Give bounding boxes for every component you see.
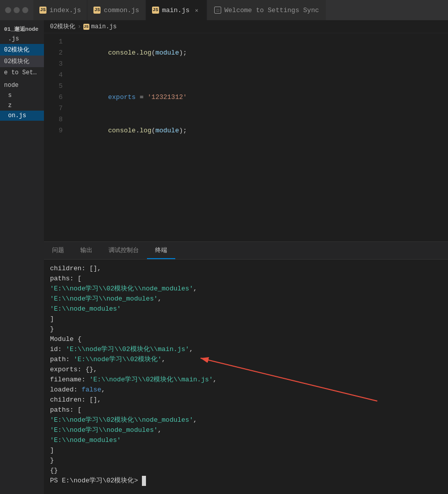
panel-tab-debug[interactable]: 调试控制台 <box>101 242 147 259</box>
settings-page-icon: ☐ <box>214 7 221 14</box>
tab-label-index: index.js <box>49 7 81 14</box>
terminal-line-prompt: PS E:\node学习\02模块化> <box>50 476 442 486</box>
tab-label-common: common.js <box>104 7 139 14</box>
terminal-line-loaded: loaded: false, <box>50 385 442 395</box>
terminal-line-5: 'E:\\node_modules' <box>50 304 442 314</box>
terminal-line-bracket1: ] <box>50 446 442 456</box>
close-icon[interactable]: ✕ <box>192 6 201 14</box>
code-line-9 <box>67 192 448 203</box>
panel-tab-terminal[interactable]: 终端 <box>147 242 175 259</box>
terminal-line-3: 'E:\\node学习\\02模块化\\node_modules', <box>50 284 442 294</box>
sidebar-header-node: 01_邂逅node <box>0 22 44 34</box>
terminal-line-6: ] <box>50 314 442 324</box>
panel-tabs: 问题 输出 调试控制台 终端 <box>44 242 448 260</box>
terminal-line-8: Module { <box>50 334 442 344</box>
line-num-2: 2 <box>44 47 63 59</box>
line-num-1: 1 <box>44 36 63 47</box>
sidebar-folder-02-active[interactable]: 02模块化 <box>0 56 44 67</box>
sidebar-node-group[interactable]: node <box>0 80 44 90</box>
terminal-line-path2: 'E:\\node学习\\node_modules', <box>50 425 442 435</box>
terminal-line-paths2: paths: [ <box>50 405 442 415</box>
panel-tab-problems[interactable]: 问题 <box>44 242 72 259</box>
code-line-6 <box>67 159 448 170</box>
code-line-4: console.log(module); <box>67 114 448 147</box>
terminal-line-path: path: 'E:\\node学习\\02模块化', <box>50 355 442 365</box>
dot-1 <box>5 7 11 13</box>
sidebar-item-js[interactable]: .js <box>0 34 44 44</box>
sidebar-settings-item[interactable]: e to Setti... <box>0 67 44 78</box>
terminal-line-brace1: } <box>50 456 442 466</box>
sidebar-item-z[interactable]: z <box>0 101 44 111</box>
panel-area: 问题 输出 调试控制台 终端 children: [], paths: [ 'E… <box>44 241 448 494</box>
tab-bar: JS index.js JS common.js JS main.js ✕ ☐ … <box>33 0 326 20</box>
dot-2 <box>14 7 20 13</box>
tab-common-js[interactable]: JS common.js <box>87 0 145 20</box>
terminal-line-path1: 'E:\\node学习\\02模块化\\node_modules', <box>50 415 442 425</box>
main-layout: 01_邂逅node .js 02模块化 02模块化 e to Setti... … <box>0 20 448 494</box>
line-num-7: 7 <box>44 103 63 114</box>
line-num-9: 9 <box>44 125 63 136</box>
code-line-7 <box>67 170 448 181</box>
breadcrumb-file: main.js <box>91 23 117 30</box>
code-line-3: exports = '12321312' <box>67 81 448 114</box>
terminal-line-empty-obj: {} <box>50 466 442 476</box>
terminal-line-filename: filename: 'E:\\node学习\\02模块化\\main.js', <box>50 375 442 385</box>
terminal-line-exports: exports: {}, <box>50 365 442 375</box>
breadcrumb-folder: 02模块化 <box>50 22 75 31</box>
terminal-line-1: children: [], <box>50 264 442 274</box>
tab-index-js[interactable]: JS index.js <box>33 0 87 20</box>
line-numbers: 1 2 3 4 5 6 7 8 9 <box>44 33 67 241</box>
window-dots <box>5 7 28 13</box>
code-line-1: console.log(module); <box>67 36 448 70</box>
tab-settings-sync[interactable]: ☐ Welcome to Settings Sync <box>207 0 326 20</box>
terminal-line-2: paths: [ <box>50 274 442 284</box>
breadcrumb-sep: › <box>77 23 81 30</box>
code-editor: 1 2 3 4 5 6 7 8 9 console.log(module); e… <box>44 33 448 241</box>
line-num-6: 6 <box>44 92 63 103</box>
line-num-8: 8 <box>44 114 63 125</box>
code-line-5 <box>67 147 448 159</box>
code-lines[interactable]: console.log(module); exports = '12321312… <box>67 33 448 241</box>
terminal-line-7: } <box>50 324 442 334</box>
content-area: 02模块化 › JS main.js 1 2 3 4 5 6 7 8 9 con… <box>44 20 448 494</box>
terminal-line-path3: 'E:\\node_modules' <box>50 435 442 446</box>
panel-tab-output[interactable]: 输出 <box>72 242 101 259</box>
line-num-4: 4 <box>44 70 63 81</box>
js-icon-main: JS <box>152 7 159 14</box>
code-line-8 <box>67 181 448 192</box>
js-icon: JS <box>39 7 46 14</box>
line-num-3: 3 <box>44 59 63 70</box>
tab-main-js[interactable]: JS main.js ✕ <box>146 0 208 20</box>
tab-label-settings: Welcome to Settings Sync <box>224 7 319 14</box>
sidebar-item-s[interactable]: s <box>0 90 44 101</box>
editor-breadcrumb: 02模块化 › JS main.js <box>44 20 448 33</box>
terminal-line-id: id: 'E:\\node学习\\02模块化\\main.js', <box>50 344 442 355</box>
dot-3 <box>22 7 28 13</box>
terminal-line-children2: children: [], <box>50 395 442 405</box>
js-icon-common: JS <box>93 7 101 14</box>
sidebar-folder-02[interactable]: 02模块化 <box>0 44 44 56</box>
sidebar-item-onjs[interactable]: on.js <box>0 111 44 121</box>
code-line-2 <box>67 70 448 81</box>
terminal-line-4: 'E:\\node学习\\node_modules', <box>50 294 442 304</box>
sidebar: 01_邂逅node .js 02模块化 02模块化 e to Setti... … <box>0 20 44 494</box>
line-num-5: 5 <box>44 81 63 92</box>
breadcrumb-js-icon: JS <box>83 24 89 30</box>
title-bar: JS index.js JS common.js JS main.js ✕ ☐ … <box>0 0 448 20</box>
tab-label-main: main.js <box>162 7 190 14</box>
terminal-content[interactable]: children: [], paths: [ 'E:\\node学习\\02模块… <box>44 260 448 494</box>
